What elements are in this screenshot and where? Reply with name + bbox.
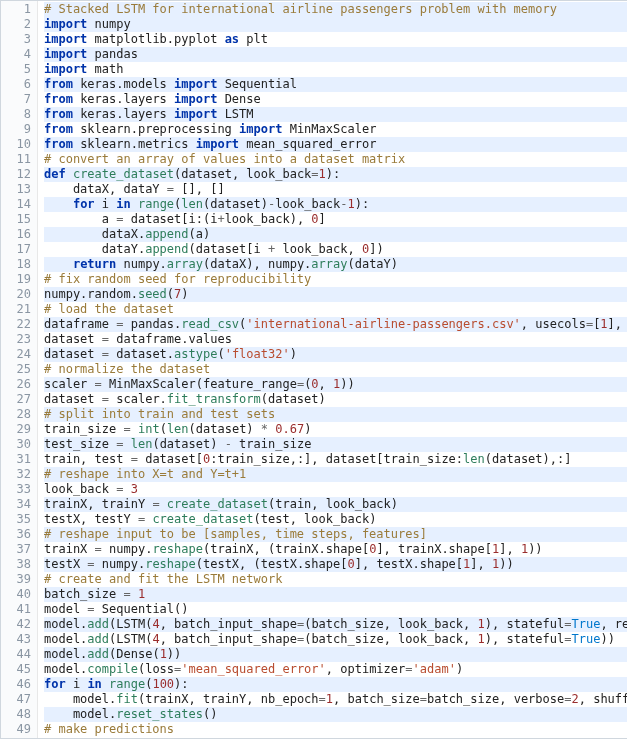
- code-token: def: [44, 167, 66, 181]
- code-area[interactable]: # Stacked LSTM for international airline…: [38, 1, 627, 738]
- line-number: 44: [1, 647, 31, 662]
- line-number: 35: [1, 512, 31, 527]
- code-token: # fix random seed for reproducibility: [44, 272, 311, 286]
- code-line[interactable]: # fix random seed for reproducibility: [44, 272, 627, 287]
- code-line[interactable]: dataframe = pandas.read_csv('internation…: [44, 317, 627, 332]
- code-line[interactable]: model.add(Dense(1)): [44, 647, 627, 662]
- line-number: 8: [1, 107, 31, 122]
- code-token: =: [87, 602, 94, 616]
- code-line[interactable]: dataset = scaler.fit_transform(dataset): [44, 392, 627, 407]
- code-line[interactable]: model.compile(loss='mean_squared_error',…: [44, 662, 627, 677]
- code-line[interactable]: model.add(LSTM(4, batch_input_shape=(bat…: [44, 632, 627, 647]
- code-token: keras.layers: [73, 107, 174, 121]
- code-token: numpy.: [95, 557, 146, 571]
- code-token: matplotlib.pyplot: [87, 32, 224, 46]
- code-token: keras.models: [73, 77, 174, 91]
- code-line[interactable]: model.reset_states(): [44, 707, 627, 722]
- code-line[interactable]: for i in range(100):: [44, 677, 627, 692]
- code-line[interactable]: for i in range(len(dataset)-look_back-1)…: [44, 197, 627, 212]
- code-line[interactable]: def create_dataset(dataset, look_back=1)…: [44, 167, 627, 182]
- code-line[interactable]: trainX, trainY = create_dataset(train, l…: [44, 497, 627, 512]
- code-token: keras.layers: [73, 92, 174, 106]
- code-token: testX, testY: [44, 512, 138, 526]
- line-number: 43: [1, 632, 31, 647]
- code-token: model.: [44, 617, 87, 631]
- code-line[interactable]: model = Sequential(): [44, 602, 627, 617]
- code-token: # normalize the dataset: [44, 362, 210, 376]
- code-line[interactable]: from keras.layers import Dense: [44, 92, 627, 107]
- code-token: test_size: [44, 437, 116, 451]
- code-line[interactable]: look_back = 3: [44, 482, 627, 497]
- code-line[interactable]: import pandas: [44, 47, 627, 62]
- code-token: *: [261, 422, 268, 436]
- code-line[interactable]: dataset = dataset.astype('float32'): [44, 347, 627, 362]
- code-token: (: [160, 422, 167, 436]
- code-token: )): [600, 632, 614, 646]
- code-line[interactable]: from keras.layers import LSTM: [44, 107, 627, 122]
- code-token: math: [87, 62, 123, 76]
- code-line[interactable]: from sklearn.preprocessing import MinMax…: [44, 122, 627, 137]
- code-line[interactable]: # load the dataset: [44, 302, 627, 317]
- code-token: ]): [369, 242, 383, 256]
- code-line[interactable]: from sklearn.metrics import mean_squared…: [44, 137, 627, 152]
- code-line[interactable]: testX = numpy.reshape(testX, (testX.shap…: [44, 557, 627, 572]
- code-line[interactable]: # reshape input to be [samples, time ste…: [44, 527, 627, 542]
- code-token: , shuffle: [579, 692, 627, 706]
- code-line[interactable]: import math: [44, 62, 627, 77]
- code-line[interactable]: scaler = MinMaxScaler(feature_range=(0, …: [44, 377, 627, 392]
- code-line[interactable]: model.fit(trainX, trainY, nb_epoch=1, ba…: [44, 692, 627, 707]
- code-token: read_csv: [181, 317, 239, 331]
- code-token: 0: [311, 377, 318, 391]
- code-token: from: [44, 122, 73, 136]
- code-line[interactable]: dataY.append(dataset[i + look_back, 0]): [44, 242, 627, 257]
- code-line[interactable]: train_size = int(len(dataset) * 0.67): [44, 422, 627, 437]
- code-line[interactable]: import numpy: [44, 17, 627, 32]
- code-line[interactable]: train, test = dataset[0:train_size,:], d…: [44, 452, 627, 467]
- code-token: , batch_size: [333, 692, 420, 706]
- code-line[interactable]: # create and fit the LSTM network: [44, 572, 627, 587]
- code-line[interactable]: testX, testY = create_dataset(test, look…: [44, 512, 627, 527]
- code-line[interactable]: # make predictions: [44, 722, 627, 737]
- code-line[interactable]: dataset = dataframe.values: [44, 332, 627, 347]
- code-line[interactable]: from keras.models import Sequential: [44, 77, 627, 92]
- code-line[interactable]: # split into train and test sets: [44, 407, 627, 422]
- code-token: True: [572, 632, 601, 646]
- code-token: (Dense(: [109, 647, 160, 661]
- code-line[interactable]: # normalize the dataset: [44, 362, 627, 377]
- code-line[interactable]: batch_size = 1: [44, 587, 627, 602]
- line-number: 32: [1, 467, 31, 482]
- code-line[interactable]: dataX, dataY = [], []: [44, 182, 627, 197]
- code-token: 0: [347, 557, 354, 571]
- code-line[interactable]: return numpy.array(dataX), numpy.array(d…: [44, 257, 627, 272]
- code-line[interactable]: import matplotlib.pyplot as plt: [44, 32, 627, 47]
- code-token: (dataset[i: [189, 242, 268, 256]
- code-token: , batch_input_shape: [160, 632, 297, 646]
- code-line[interactable]: model.add(LSTM(4, batch_input_shape=(bat…: [44, 617, 627, 632]
- code-token: 4: [152, 632, 159, 646]
- line-number: 6: [1, 77, 31, 92]
- code-line[interactable]: numpy.random.seed(7): [44, 287, 627, 302]
- code-token: 100: [152, 677, 174, 691]
- code-token: dataframe: [44, 317, 116, 331]
- code-token: 0: [311, 212, 318, 226]
- code-token: :train_size,:], dataset[train_size:: [210, 452, 463, 466]
- code-token: in: [87, 677, 101, 691]
- line-number: 10: [1, 137, 31, 152]
- code-line[interactable]: trainX = numpy.reshape(trainX, (trainX.s…: [44, 542, 627, 557]
- code-line[interactable]: # convert an array of values into a data…: [44, 152, 627, 167]
- code-token: ], eng: [608, 317, 627, 331]
- code-token: array: [167, 257, 203, 271]
- code-line[interactable]: # Stacked LSTM for international airline…: [44, 2, 627, 17]
- code-token: 'float32': [225, 347, 290, 361]
- code-token: (train, look_back): [268, 497, 398, 511]
- code-token: [123, 437, 130, 451]
- code-line[interactable]: a = dataset[i:(i+look_back), 0]: [44, 212, 627, 227]
- line-number: 26: [1, 377, 31, 392]
- code-line[interactable]: # reshape into X=t and Y=t+1: [44, 467, 627, 482]
- code-token: sklearn.metrics: [73, 137, 196, 151]
- code-token: [131, 422, 138, 436]
- code-token: =: [131, 452, 138, 466]
- code-line[interactable]: test_size = len(dataset) - train_size: [44, 437, 627, 452]
- code-token: trainX: [44, 542, 95, 556]
- code-line[interactable]: dataX.append(a): [44, 227, 627, 242]
